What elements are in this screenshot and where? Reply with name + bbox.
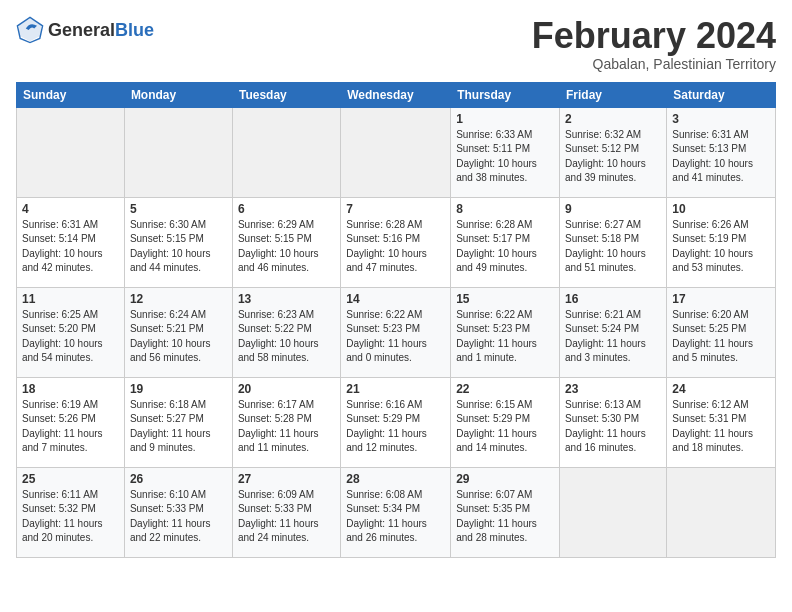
calendar-week-4: 18Sunrise: 6:19 AM Sunset: 5:26 PM Dayli…	[17, 377, 776, 467]
day-detail: Sunrise: 6:15 AM Sunset: 5:29 PM Dayligh…	[456, 398, 554, 456]
location-subtitle: Qabalan, Palestinian Territory	[532, 56, 776, 72]
day-detail: Sunrise: 6:19 AM Sunset: 5:26 PM Dayligh…	[22, 398, 119, 456]
header-friday: Friday	[560, 82, 667, 107]
day-detail: Sunrise: 6:23 AM Sunset: 5:22 PM Dayligh…	[238, 308, 335, 366]
calendar-cell: 25Sunrise: 6:11 AM Sunset: 5:32 PM Dayli…	[17, 467, 125, 557]
calendar-cell: 5Sunrise: 6:30 AM Sunset: 5:15 PM Daylig…	[124, 197, 232, 287]
day-detail: Sunrise: 6:25 AM Sunset: 5:20 PM Dayligh…	[22, 308, 119, 366]
calendar-cell: 18Sunrise: 6:19 AM Sunset: 5:26 PM Dayli…	[17, 377, 125, 467]
header-monday: Monday	[124, 82, 232, 107]
day-detail: Sunrise: 6:26 AM Sunset: 5:19 PM Dayligh…	[672, 218, 770, 276]
logo: GeneralBlue	[16, 16, 154, 44]
day-number: 13	[238, 292, 335, 306]
calendar-week-5: 25Sunrise: 6:11 AM Sunset: 5:32 PM Dayli…	[17, 467, 776, 557]
day-number: 22	[456, 382, 554, 396]
calendar-cell	[124, 107, 232, 197]
day-detail: Sunrise: 6:16 AM Sunset: 5:29 PM Dayligh…	[346, 398, 445, 456]
day-detail: Sunrise: 6:33 AM Sunset: 5:11 PM Dayligh…	[456, 128, 554, 186]
day-number: 7	[346, 202, 445, 216]
day-detail: Sunrise: 6:11 AM Sunset: 5:32 PM Dayligh…	[22, 488, 119, 546]
day-number: 29	[456, 472, 554, 486]
day-number: 25	[22, 472, 119, 486]
calendar-week-2: 4Sunrise: 6:31 AM Sunset: 5:14 PM Daylig…	[17, 197, 776, 287]
day-number: 9	[565, 202, 661, 216]
day-number: 21	[346, 382, 445, 396]
day-detail: Sunrise: 6:29 AM Sunset: 5:15 PM Dayligh…	[238, 218, 335, 276]
calendar-cell: 17Sunrise: 6:20 AM Sunset: 5:25 PM Dayli…	[667, 287, 776, 377]
calendar-cell: 28Sunrise: 6:08 AM Sunset: 5:34 PM Dayli…	[341, 467, 451, 557]
calendar-cell: 26Sunrise: 6:10 AM Sunset: 5:33 PM Dayli…	[124, 467, 232, 557]
calendar-cell: 16Sunrise: 6:21 AM Sunset: 5:24 PM Dayli…	[560, 287, 667, 377]
calendar-cell: 14Sunrise: 6:22 AM Sunset: 5:23 PM Dayli…	[341, 287, 451, 377]
calendar-cell: 11Sunrise: 6:25 AM Sunset: 5:20 PM Dayli…	[17, 287, 125, 377]
day-detail: Sunrise: 6:27 AM Sunset: 5:18 PM Dayligh…	[565, 218, 661, 276]
calendar-cell: 1Sunrise: 6:33 AM Sunset: 5:11 PM Daylig…	[451, 107, 560, 197]
calendar-week-1: 1Sunrise: 6:33 AM Sunset: 5:11 PM Daylig…	[17, 107, 776, 197]
calendar-cell	[667, 467, 776, 557]
calendar-cell: 4Sunrise: 6:31 AM Sunset: 5:14 PM Daylig…	[17, 197, 125, 287]
month-year-title: February 2024	[532, 16, 776, 56]
logo-general: General	[48, 20, 115, 40]
calendar-cell	[232, 107, 340, 197]
calendar-cell: 21Sunrise: 6:16 AM Sunset: 5:29 PM Dayli…	[341, 377, 451, 467]
calendar-cell	[560, 467, 667, 557]
header-wednesday: Wednesday	[341, 82, 451, 107]
day-number: 16	[565, 292, 661, 306]
day-detail: Sunrise: 6:28 AM Sunset: 5:16 PM Dayligh…	[346, 218, 445, 276]
header-saturday: Saturday	[667, 82, 776, 107]
day-number: 20	[238, 382, 335, 396]
day-detail: Sunrise: 6:31 AM Sunset: 5:13 PM Dayligh…	[672, 128, 770, 186]
day-detail: Sunrise: 6:09 AM Sunset: 5:33 PM Dayligh…	[238, 488, 335, 546]
calendar-week-3: 11Sunrise: 6:25 AM Sunset: 5:20 PM Dayli…	[17, 287, 776, 377]
day-number: 2	[565, 112, 661, 126]
title-block: February 2024 Qabalan, Palestinian Terri…	[532, 16, 776, 72]
calendar-cell: 9Sunrise: 6:27 AM Sunset: 5:18 PM Daylig…	[560, 197, 667, 287]
day-number: 5	[130, 202, 227, 216]
logo-text: GeneralBlue	[48, 21, 154, 39]
calendar-cell: 12Sunrise: 6:24 AM Sunset: 5:21 PM Dayli…	[124, 287, 232, 377]
day-number: 11	[22, 292, 119, 306]
page-header: GeneralBlue February 2024 Qabalan, Pales…	[16, 16, 776, 72]
day-number: 24	[672, 382, 770, 396]
day-detail: Sunrise: 6:30 AM Sunset: 5:15 PM Dayligh…	[130, 218, 227, 276]
day-number: 6	[238, 202, 335, 216]
calendar-cell: 24Sunrise: 6:12 AM Sunset: 5:31 PM Dayli…	[667, 377, 776, 467]
day-detail: Sunrise: 6:28 AM Sunset: 5:17 PM Dayligh…	[456, 218, 554, 276]
day-number: 17	[672, 292, 770, 306]
header-tuesday: Tuesday	[232, 82, 340, 107]
calendar-cell	[17, 107, 125, 197]
day-detail: Sunrise: 6:07 AM Sunset: 5:35 PM Dayligh…	[456, 488, 554, 546]
day-number: 14	[346, 292, 445, 306]
day-number: 10	[672, 202, 770, 216]
day-detail: Sunrise: 6:24 AM Sunset: 5:21 PM Dayligh…	[130, 308, 227, 366]
day-detail: Sunrise: 6:21 AM Sunset: 5:24 PM Dayligh…	[565, 308, 661, 366]
day-number: 23	[565, 382, 661, 396]
day-number: 28	[346, 472, 445, 486]
day-number: 3	[672, 112, 770, 126]
day-detail: Sunrise: 6:22 AM Sunset: 5:23 PM Dayligh…	[456, 308, 554, 366]
day-number: 26	[130, 472, 227, 486]
day-detail: Sunrise: 6:32 AM Sunset: 5:12 PM Dayligh…	[565, 128, 661, 186]
calendar-cell: 10Sunrise: 6:26 AM Sunset: 5:19 PM Dayli…	[667, 197, 776, 287]
calendar-header-row: Sunday Monday Tuesday Wednesday Thursday…	[17, 82, 776, 107]
calendar-cell: 3Sunrise: 6:31 AM Sunset: 5:13 PM Daylig…	[667, 107, 776, 197]
header-thursday: Thursday	[451, 82, 560, 107]
calendar-cell: 7Sunrise: 6:28 AM Sunset: 5:16 PM Daylig…	[341, 197, 451, 287]
logo-icon	[16, 16, 44, 44]
day-detail: Sunrise: 6:12 AM Sunset: 5:31 PM Dayligh…	[672, 398, 770, 456]
day-number: 8	[456, 202, 554, 216]
calendar-cell: 27Sunrise: 6:09 AM Sunset: 5:33 PM Dayli…	[232, 467, 340, 557]
calendar-cell: 13Sunrise: 6:23 AM Sunset: 5:22 PM Dayli…	[232, 287, 340, 377]
day-number: 1	[456, 112, 554, 126]
calendar-cell: 8Sunrise: 6:28 AM Sunset: 5:17 PM Daylig…	[451, 197, 560, 287]
day-number: 27	[238, 472, 335, 486]
calendar-cell: 23Sunrise: 6:13 AM Sunset: 5:30 PM Dayli…	[560, 377, 667, 467]
calendar-cell: 15Sunrise: 6:22 AM Sunset: 5:23 PM Dayli…	[451, 287, 560, 377]
calendar-cell: 19Sunrise: 6:18 AM Sunset: 5:27 PM Dayli…	[124, 377, 232, 467]
calendar-cell: 20Sunrise: 6:17 AM Sunset: 5:28 PM Dayli…	[232, 377, 340, 467]
day-detail: Sunrise: 6:20 AM Sunset: 5:25 PM Dayligh…	[672, 308, 770, 366]
day-number: 15	[456, 292, 554, 306]
day-number: 4	[22, 202, 119, 216]
calendar-cell: 22Sunrise: 6:15 AM Sunset: 5:29 PM Dayli…	[451, 377, 560, 467]
day-detail: Sunrise: 6:22 AM Sunset: 5:23 PM Dayligh…	[346, 308, 445, 366]
